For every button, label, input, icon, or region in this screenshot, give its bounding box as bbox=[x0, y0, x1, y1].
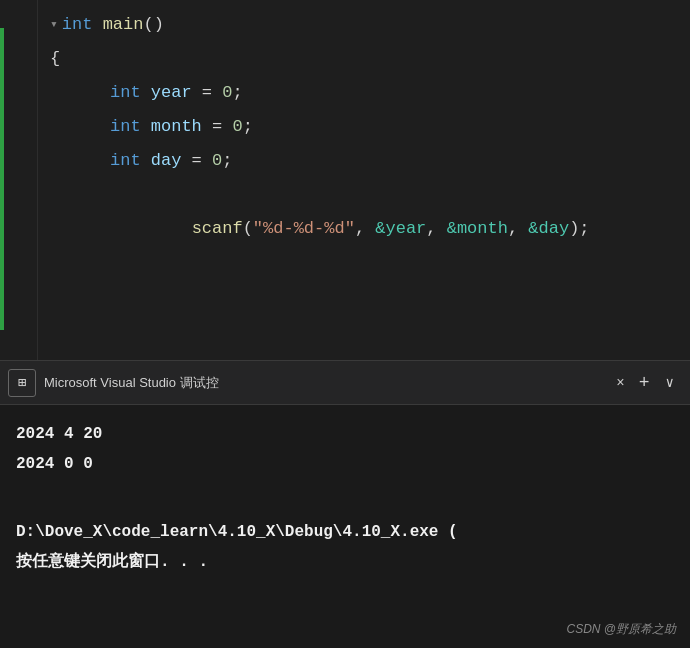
code-editor: ▾ int main() { int year = 0; int month =… bbox=[0, 0, 690, 360]
terminal-icon-symbol: ⊞ bbox=[18, 374, 26, 391]
terminal-tab-close-button[interactable]: × bbox=[610, 373, 630, 393]
scanf-call: scanf("%d-%d-%d", &year, &month, &day); bbox=[110, 178, 590, 360]
var-day: day bbox=[151, 144, 182, 178]
code-line-2: { bbox=[50, 42, 690, 76]
equals2: = bbox=[202, 110, 233, 144]
type-int: int bbox=[110, 76, 151, 110]
code-line-6: scanf("%d-%d-%d", &year, &month, &day); bbox=[50, 178, 690, 360]
terminal-icon: ⊞ bbox=[8, 369, 36, 397]
terminal-tab-title: Microsoft Visual Studio 调试控 bbox=[44, 374, 610, 392]
code-line-4: int month = 0; bbox=[50, 110, 690, 144]
keyword-int: int bbox=[62, 8, 103, 42]
var-year: year bbox=[151, 76, 192, 110]
var-month: month bbox=[151, 110, 202, 144]
watermark-text: CSDN @野原希之助 bbox=[566, 621, 676, 638]
format-str: "%d-%d-%d" bbox=[253, 219, 355, 238]
semicolon: ; bbox=[232, 76, 242, 110]
output-line-path: D:\Dove_X\code_learn\4.10_X\Debug\4.10_X… bbox=[16, 517, 674, 547]
num-0-3: 0 bbox=[212, 144, 222, 178]
paren: () bbox=[143, 8, 163, 42]
amp-year: &year bbox=[375, 219, 426, 238]
terminal-tab-dropdown-button[interactable]: ∨ bbox=[658, 372, 682, 393]
terminal-tab-add-button[interactable]: + bbox=[631, 371, 658, 395]
code-line-5: int day = 0; bbox=[50, 144, 690, 178]
output-line-2: 2024 0 0 bbox=[16, 449, 674, 479]
code-lines: ▾ int main() { int year = 0; int month =… bbox=[0, 0, 690, 360]
comma2: , bbox=[426, 219, 446, 238]
amp-month: &month bbox=[447, 219, 508, 238]
collapse-icon[interactable]: ▾ bbox=[50, 8, 58, 42]
equals3: = bbox=[181, 144, 212, 178]
open-brace: { bbox=[50, 42, 60, 76]
amp-day: &day bbox=[528, 219, 569, 238]
terminal-tab-bar: ⊞ Microsoft Visual Studio 调试控 × + ∨ bbox=[0, 361, 690, 405]
paren-open: ( bbox=[243, 219, 253, 238]
terminal-panel: ⊞ Microsoft Visual Studio 调试控 × + ∨ 2024… bbox=[0, 360, 690, 648]
semicolon2: ; bbox=[243, 110, 253, 144]
fn-scanf: scanf bbox=[192, 219, 243, 238]
output-line-empty bbox=[16, 479, 674, 509]
num-0-2: 0 bbox=[232, 110, 242, 144]
terminal-output: 2024 4 20 2024 0 0 D:\Dove_X\code_learn\… bbox=[0, 405, 690, 591]
type-int3: int bbox=[110, 144, 151, 178]
semicolon4: ; bbox=[579, 219, 589, 238]
code-line-1: ▾ int main() bbox=[50, 8, 690, 42]
type-int2: int bbox=[110, 110, 151, 144]
output-line-prompt: 按任意键关闭此窗口. . . bbox=[16, 547, 674, 577]
function-name: main bbox=[103, 8, 144, 42]
code-line-3: int year = 0; bbox=[50, 76, 690, 110]
semicolon3: ; bbox=[222, 144, 232, 178]
comma1: , bbox=[355, 219, 375, 238]
output-line-1: 2024 4 20 bbox=[16, 419, 674, 449]
comma3: , bbox=[508, 219, 528, 238]
paren-close: ) bbox=[569, 219, 579, 238]
num-0: 0 bbox=[222, 76, 232, 110]
equals: = bbox=[192, 76, 223, 110]
